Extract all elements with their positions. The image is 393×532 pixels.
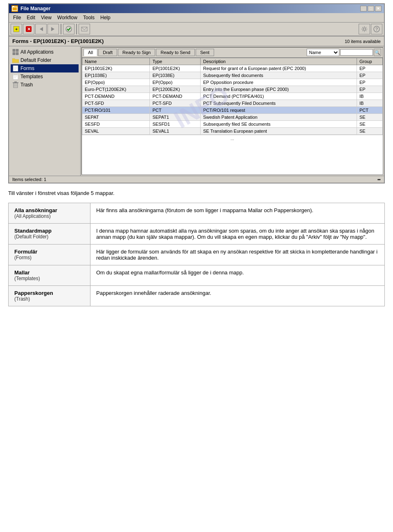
status-bar: Items selected: 1 ▪▪: [9, 176, 384, 183]
svg-text:✕: ✕: [27, 27, 31, 32]
titlebar-left: File Manager: [11, 5, 50, 12]
intro-text: Till vänster i fönstret visas följande 5…: [8, 190, 385, 196]
sidebar-item-default-folder[interactable]: Default Folder: [11, 56, 79, 64]
file-manager-window: File Manager _ □ ✕ File Edit View Workfl…: [8, 3, 385, 183]
sidebar-item-forms[interactable]: Forms: [11, 64, 79, 72]
sidebar-item-trash[interactable]: Trash: [11, 81, 79, 89]
folder-sub: (Default Folder): [14, 234, 84, 240]
table-row[interactable]: PCT-SFDPCT-SFDPCT Subsequently Filed Doc…: [82, 100, 383, 107]
forward-button[interactable]: [47, 24, 59, 34]
tab-search-area: Name Type Description Group 🔍: [307, 49, 381, 56]
col-type: Type: [150, 58, 201, 65]
tab-sent[interactable]: Sent: [196, 49, 214, 56]
tab-ready-to-send[interactable]: Ready to Send: [156, 49, 195, 56]
svg-rect-14: [16, 49, 18, 52]
window-title: File Manager: [20, 6, 50, 11]
folder-desc: Om du skapat egna mallar/formulär så lig…: [90, 265, 385, 286]
sidebar: All Applications Default Folder: [9, 46, 81, 176]
toolbar: ✦ ✕: [9, 23, 384, 36]
col-group: Group: [357, 58, 383, 65]
search-input[interactable]: [340, 49, 373, 56]
help-toolbar-button[interactable]: ?: [371, 24, 382, 34]
menu-help[interactable]: Help: [98, 14, 113, 21]
folder-sub: (Forms): [14, 255, 84, 260]
svg-text:✦: ✦: [15, 27, 18, 32]
desc-row: Alla ansökningar(All Applications)Här fi…: [9, 203, 385, 224]
titlebar: File Manager _ □ ✕: [9, 4, 384, 13]
folder-desc: Papperskorgen innehåller raderade ansökn…: [90, 286, 385, 306]
menu-edit[interactable]: Edit: [24, 14, 38, 21]
svg-rect-22: [14, 74, 18, 75]
delete-button[interactable]: ✕: [23, 24, 34, 34]
table-row[interactable]: Euro-PCT(1200E2K)EP(1200E2K)Entry into t…: [82, 86, 383, 93]
sidebar-item-templates[interactable]: Templates: [11, 72, 79, 81]
new-button[interactable]: ✦: [11, 24, 22, 34]
menu-file[interactable]: File: [11, 14, 23, 21]
svg-point-10: [363, 28, 366, 30]
folder-desc: I denna mapp hamnar automatiskt alla nya…: [90, 224, 385, 244]
menu-tools[interactable]: Tools: [81, 14, 97, 21]
minimize-button[interactable]: _: [360, 6, 367, 11]
templates-icon: [12, 73, 19, 80]
email-button[interactable]: [79, 24, 90, 34]
menu-workflow[interactable]: Workflow: [55, 14, 80, 21]
table-row[interactable]: EP(1001E2K)EP(1001E2K)Request for grant …: [82, 65, 383, 72]
folder-name: Papperskorgen: [14, 290, 84, 296]
all-applications-icon: [12, 49, 19, 55]
forms-icon: [12, 65, 19, 72]
description-table: Alla ansökningar(All Applications)Här fi…: [8, 203, 385, 306]
tab-draft[interactable]: Draft: [98, 49, 117, 56]
svg-rect-1: [12, 6, 14, 7]
header-bar: Forms - EP(1001E2K) - EP(1001E2K) 10 ite…: [9, 36, 384, 46]
svg-rect-13: [13, 49, 15, 52]
folder-sub: (Trash): [14, 296, 84, 302]
table-row[interactable]: PCT/RO/101PCTPCT/RO/101 requestPCT: [82, 107, 383, 114]
search-button[interactable]: 🔍: [374, 49, 381, 56]
svg-point-8: [66, 26, 72, 32]
status-text: Items selected: 1: [12, 177, 46, 182]
close-button[interactable]: ✕: [375, 6, 382, 11]
svg-text:?: ?: [375, 27, 378, 32]
svg-marker-6: [40, 27, 43, 31]
items-count: 10 items available: [345, 39, 381, 44]
table-container: INFO Name Type Description Group EP(1001…: [82, 58, 383, 174]
svg-marker-7: [51, 27, 54, 31]
all-applications-label: All Applications: [20, 49, 54, 55]
col-name: Name: [82, 58, 150, 65]
settings-button[interactable]: [359, 24, 370, 34]
default-folder-label: Default Folder: [20, 57, 51, 63]
more-indicator: ...: [82, 135, 383, 142]
folder-sub: (All Applications): [14, 213, 84, 219]
table-row[interactable]: SEPATSEPAT1Swedish Patent ApplicationSE: [82, 114, 383, 121]
desc-row: Standardmapp(Default Folder)I denna mapp…: [9, 224, 385, 244]
svg-rect-27: [14, 81, 17, 82]
empty-area: [82, 142, 383, 174]
window-controls: _ □ ✕: [360, 6, 382, 11]
approve-button[interactable]: [63, 24, 75, 34]
folder-desc: Här ligger de formulär som används för a…: [90, 244, 385, 265]
folder-name: Mallar: [14, 269, 84, 276]
tab-all[interactable]: All: [84, 49, 97, 56]
right-panel: All Draft Ready to Sign Ready to Send Se…: [81, 47, 383, 175]
table-row[interactable]: PCT-DEMANDPCT-DEMANDPCT Demand (PCT/IPEA…: [82, 93, 383, 100]
forms-label: Forms: [20, 66, 34, 71]
folder-name: Formulär: [14, 249, 84, 255]
table-row[interactable]: SESFDSESFD1Subsequently filed SE documen…: [82, 121, 383, 128]
menu-view[interactable]: View: [38, 14, 54, 21]
col-description: Description: [201, 58, 357, 65]
tab-ready-to-sign[interactable]: Ready to Sign: [118, 49, 155, 56]
desc-row: Formulär(Forms)Här ligger de formulär so…: [9, 244, 385, 265]
sidebar-item-all-applications[interactable]: All Applications: [11, 48, 79, 56]
folder-desc: Här finns alla ansökningarna (förutom de…: [90, 203, 385, 224]
back-button[interactable]: [35, 24, 47, 34]
desc-row: Papperskorgen(Trash)Papperskorgen innehå…: [9, 286, 385, 306]
resize-handle[interactable]: ▪▪: [377, 177, 381, 182]
table-row[interactable]: EP(1038E)EP(1038E)Subsequently filed doc…: [82, 72, 383, 79]
table-row[interactable]: EP(Oppo)EP(Oppo)EP Opposition procedureE…: [82, 79, 383, 86]
search-type-select[interactable]: Name Type Description Group: [307, 49, 339, 56]
main-content: All Applications Default Folder: [9, 46, 384, 176]
folder-name: Standardmapp: [14, 228, 84, 234]
maximize-button[interactable]: □: [368, 6, 374, 11]
table-row[interactable]: SEVALSEVAL1SE Translation European paten…: [82, 128, 383, 135]
lower-section: Till vänster i fönstret visas följande 5…: [0, 183, 393, 313]
